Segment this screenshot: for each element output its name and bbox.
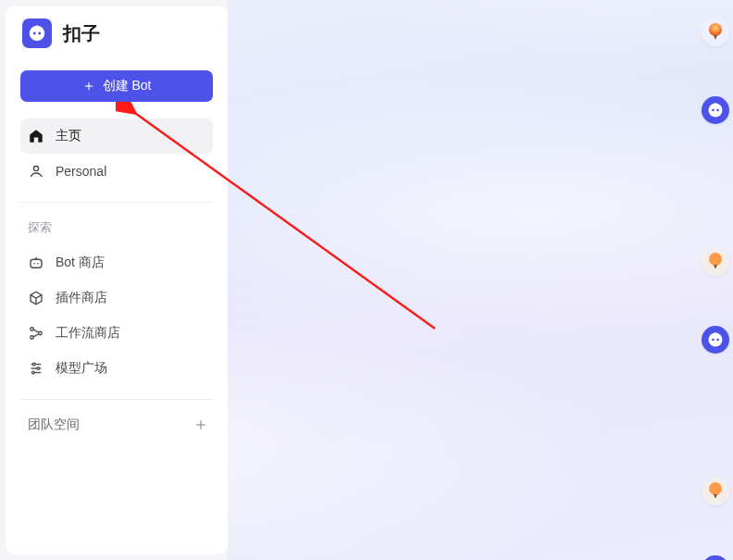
sidebar-item-model-square[interactable]: 模型广场 [20,351,213,386]
svg-point-19 [37,367,40,370]
main-content [228,0,733,560]
svg-point-12 [31,328,33,330]
sidebar-item-home[interactable]: 主页 [20,118,213,154]
sliders-icon [28,360,44,377]
svg-point-20 [32,371,35,374]
bot-avatar-icon[interactable] [702,555,729,560]
svg-point-14 [39,331,42,334]
svg-point-27 [716,109,719,112]
svg-point-13 [31,336,33,339]
sidebar-item-label: Bot 商店 [56,255,105,271]
create-bot-label: 创建 Bot [103,78,152,94]
sidebar-item-personal[interactable]: Personal [20,154,213,189]
explore-section-title: 探索 [20,216,213,245]
team-space-title: 团队空间 [28,417,80,433]
sidebar-divider [20,399,213,400]
home-icon [28,128,44,144]
sidebar: 扣子 创建 Bot 主页 Personal 探索 [6,6,228,554]
cube-icon [28,290,44,306]
svg-rect-7 [31,259,42,268]
plus-icon [193,417,208,432]
svg-point-32 [709,333,723,347]
floating-avatar-column [702,19,729,560]
sidebar-item-bot-store[interactable]: Bot 商店 [20,245,213,280]
svg-rect-3 [36,25,37,28]
svg-point-8 [33,263,35,265]
svg-point-37 [709,482,722,495]
sidebar-item-label: 主页 [56,128,81,144]
sidebar-item-workflow-store[interactable]: 工作流商店 [20,316,213,351]
sidebar-item-label: 插件商店 [56,290,107,306]
svg-point-33 [712,339,714,342]
workflow-icon [28,325,44,342]
sidebar-item-plugin-store[interactable]: 插件商店 [20,280,213,316]
balloon-avatar-icon[interactable] [702,19,729,46]
svg-point-6 [33,166,38,170]
svg-rect-28 [714,103,715,106]
brand-logo [22,19,52,48]
balloon-avatar-icon[interactable] [702,478,729,505]
balloon-avatar-icon[interactable] [702,248,729,276]
svg-point-34 [716,339,719,342]
svg-point-30 [709,253,722,266]
user-icon [28,163,44,180]
sidebar-item-label: 模型广场 [56,360,107,377]
svg-rect-35 [714,332,715,335]
sidebar-divider [20,202,213,203]
add-team-space-button[interactable] [191,415,211,435]
bot-avatar-icon[interactable] [702,326,729,354]
svg-point-1 [33,32,36,35]
sidebar-item-label: Personal [56,164,106,179]
svg-point-24 [709,23,722,36]
svg-point-0 [30,26,45,42]
svg-point-25 [709,104,723,118]
svg-point-18 [32,363,35,366]
sidebar-item-label: 工作流商店 [56,325,120,342]
svg-point-9 [37,263,39,265]
bot-icon [28,255,44,271]
bot-avatar-icon[interactable] [702,96,729,124]
svg-point-2 [38,32,41,35]
brand-name: 扣子 [63,21,100,46]
brand-logo-icon [27,23,47,44]
team-space-row: 团队空间 [20,413,213,437]
create-bot-button[interactable]: 创建 Bot [20,70,213,102]
svg-point-26 [712,109,714,112]
plus-icon [82,80,95,93]
brand-header: 扣子 [20,19,213,48]
